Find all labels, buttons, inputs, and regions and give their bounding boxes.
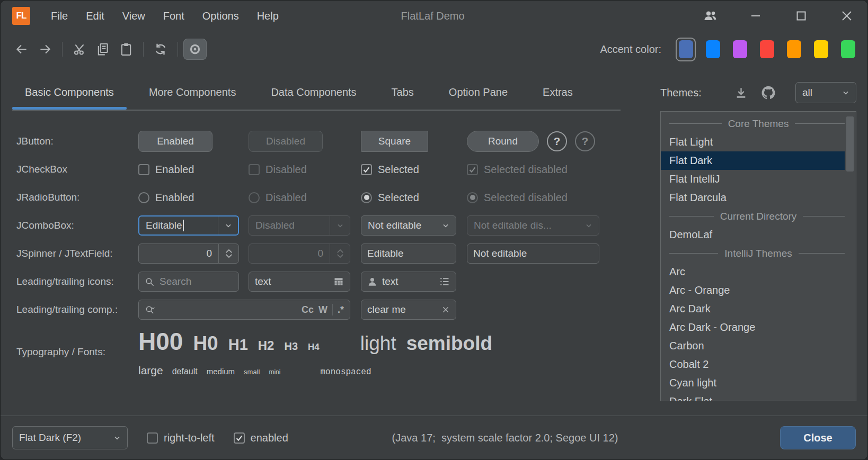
theme-item-arc-orange[interactable]: Arc - Orange	[661, 281, 845, 300]
enabled-button[interactable]: Enabled	[138, 131, 212, 152]
radio-enabled[interactable]: Enabled	[138, 192, 194, 204]
theme-item-cobalt-2[interactable]: Cobalt 2	[661, 355, 845, 374]
tab-option-pane[interactable]: Option Pane	[436, 75, 520, 110]
inspect-toggle-button[interactable]	[183, 39, 207, 60]
menu-help[interactable]: Help	[248, 1, 288, 31]
theme-group-separator: Core Themes	[661, 114, 856, 133]
menubar-items: FileEditViewFontOptionsHelp	[42, 1, 288, 31]
themes-scrollbar[interactable]	[845, 112, 855, 400]
help-button[interactable]: ?	[547, 131, 567, 151]
paste-button[interactable]	[114, 39, 138, 60]
spinner-up-down-icon[interactable]	[218, 244, 238, 263]
radio-selected[interactable]: Selected	[361, 192, 419, 204]
radio-icon	[361, 192, 372, 203]
search-field-with-options[interactable]: Cc W .*	[138, 300, 350, 320]
tab-tabs[interactable]: Tabs	[379, 75, 427, 110]
checkbox-enabled[interactable]: Enabled	[138, 164, 194, 176]
menu-options[interactable]: Options	[193, 1, 248, 31]
users-icon[interactable]	[701, 7, 719, 25]
forward-button[interactable]	[33, 39, 57, 60]
textfield-value[interactable]: text	[382, 276, 435, 287]
spinner-enabled[interactable]: 0	[138, 243, 239, 264]
themes-filter-combo[interactable]: all	[795, 82, 856, 103]
download-button[interactable]	[734, 86, 748, 100]
textfield-trailing-table[interactable]: text	[249, 272, 350, 292]
close-button-window[interactable]	[838, 7, 856, 25]
theme-item-flat-darcula[interactable]: Flat Darcula	[661, 188, 845, 207]
theme-item-arc[interactable]: Arc	[661, 263, 845, 281]
accent-swatch-4[interactable]	[757, 38, 777, 61]
combobox-not-editable[interactable]: Not editable	[361, 215, 456, 236]
theme-group-separator: Current Directory	[661, 207, 856, 226]
accent-swatch-5[interactable]	[784, 38, 804, 61]
regex-button[interactable]: .*	[338, 304, 344, 315]
tab-basic-components[interactable]: Basic Components	[12, 75, 127, 110]
minimize-button[interactable]	[747, 7, 765, 25]
spinner-value[interactable]: 0	[139, 248, 218, 259]
rtl-checkbox[interactable]: right-to-left	[147, 432, 215, 444]
laf-combo[interactable]: Flat Dark (F2)	[12, 426, 128, 449]
accent-swatch-6[interactable]	[811, 38, 831, 61]
theme-item-cyan-light[interactable]: Cyan light	[661, 374, 845, 392]
close-button[interactable]: Close	[780, 426, 856, 449]
accent-swatch-2[interactable]	[703, 38, 723, 61]
match-case-button[interactable]: Cc	[302, 304, 314, 315]
theme-item-flat-dark[interactable]: Flat Dark	[661, 151, 845, 170]
menu-view[interactable]: View	[113, 1, 154, 31]
cut-button[interactable]	[68, 39, 91, 60]
clear-icon[interactable]	[441, 305, 450, 314]
tab-extras[interactable]: Extras	[530, 75, 586, 110]
search-dropdown-icon[interactable]	[145, 305, 158, 315]
table-icon[interactable]	[333, 276, 344, 287]
menu-file[interactable]: File	[42, 1, 77, 31]
checkbox-icon	[249, 164, 260, 175]
maximize-button[interactable]	[792, 7, 810, 25]
checkbox-selected[interactable]: Selected	[361, 164, 419, 176]
theme-item-dark-flat[interactable]: Dark Flat	[661, 392, 845, 401]
textfield-value[interactable]: Editable	[367, 248, 450, 259]
menu-font[interactable]: Font	[154, 1, 193, 31]
checkbox-icon	[147, 432, 158, 444]
accent-swatch-1[interactable]	[676, 38, 696, 61]
bottombar: Flat Dark (F2) right-to-left enabled (Ja…	[1, 416, 867, 459]
accent-color-label: Accent color:	[600, 43, 661, 56]
radio-icon	[249, 192, 260, 203]
accent-swatch-3[interactable]	[730, 38, 750, 61]
square-button[interactable]: Square	[361, 131, 428, 152]
enabled-checkbox[interactable]: enabled	[234, 432, 288, 444]
app-logo: FL	[12, 7, 30, 25]
theme-item-demolaf[interactable]: DemoLaf	[661, 226, 845, 244]
theme-item-flat-light[interactable]: Flat Light	[661, 133, 845, 151]
round-button[interactable]: Round	[467, 131, 539, 152]
typography-sample-medium: medium	[207, 367, 235, 376]
typography-sample-large: large	[138, 364, 163, 377]
chevron-down-icon[interactable]	[218, 217, 238, 234]
tab-data-components[interactable]: Data Components	[258, 75, 369, 110]
scrollbar-thumb[interactable]	[846, 116, 854, 172]
refresh-button[interactable]	[149, 39, 172, 60]
accent-swatch-7[interactable]	[838, 38, 858, 61]
theme-item-carbon[interactable]: Carbon	[661, 337, 845, 355]
list-icon[interactable]	[439, 276, 450, 287]
accent-swatch-color	[787, 40, 801, 58]
textfield-editable[interactable]: Editable	[361, 243, 456, 264]
cut-icon	[73, 42, 86, 56]
search-field[interactable]: Search	[138, 272, 239, 292]
copy-button[interactable]	[91, 39, 114, 60]
textfield-value[interactable]: text	[255, 276, 329, 287]
checkbox-disabled: Disabled	[249, 164, 307, 176]
chevron-down-icon	[836, 83, 856, 103]
theme-item-flat-intellij[interactable]: Flat IntelliJ	[661, 170, 845, 188]
combobox-editable[interactable]: Editable	[138, 215, 239, 236]
textfield-value[interactable]: clear me	[367, 304, 437, 315]
menu-edit[interactable]: Edit	[77, 1, 113, 31]
textfield-leading-user[interactable]: text	[361, 272, 456, 292]
theme-item-arc-dark[interactable]: Arc Dark	[661, 300, 845, 318]
github-button[interactable]	[760, 85, 776, 101]
whole-word-button[interactable]: W	[318, 304, 327, 315]
text-caret	[183, 220, 184, 231]
tab-more-components[interactable]: More Components	[136, 75, 249, 110]
theme-item-arc-dark-orange[interactable]: Arc Dark - Orange	[661, 318, 845, 337]
clear-me-field[interactable]: clear me	[361, 300, 456, 320]
back-button[interactable]	[10, 39, 33, 60]
